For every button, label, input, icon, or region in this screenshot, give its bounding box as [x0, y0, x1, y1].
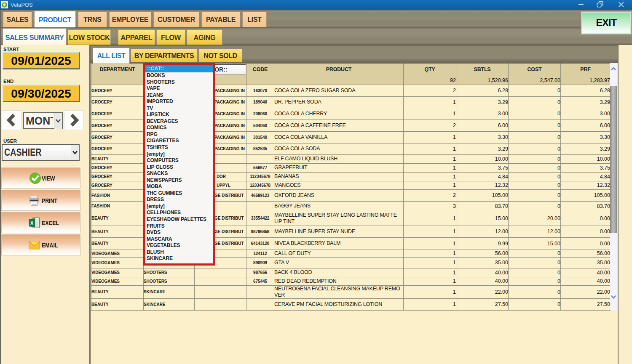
- svg-text:X: X: [30, 221, 34, 226]
